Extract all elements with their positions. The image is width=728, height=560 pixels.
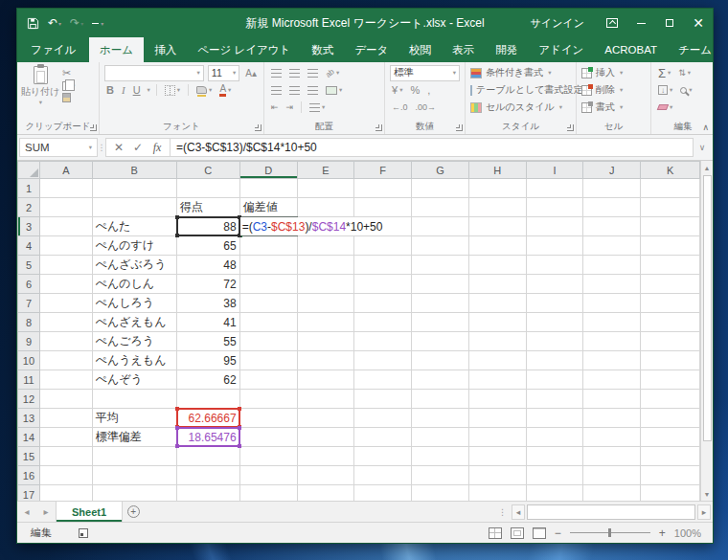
row-header-2[interactable]: 2: [18, 198, 40, 217]
cell-K5[interactable]: [641, 256, 700, 275]
find-select-button[interactable]: ▾: [678, 86, 694, 94]
scroll-down-arrow[interactable]: ▼: [704, 487, 711, 501]
cell-D10[interactable]: [239, 351, 297, 370]
cell-C1[interactable]: [176, 179, 239, 198]
cell-K11[interactable]: [641, 370, 700, 390]
row-header-10[interactable]: 10: [18, 351, 40, 370]
customize-qat-button[interactable]: ▾: [92, 20, 103, 27]
cell-I2[interactable]: [526, 198, 583, 217]
row-header-16[interactable]: 16: [18, 466, 40, 485]
cell-J12[interactable]: [583, 390, 641, 409]
cell-H12[interactable]: [468, 390, 526, 409]
cell-C5[interactable]: 48: [176, 256, 239, 275]
copy-button[interactable]: ▾: [60, 81, 77, 91]
cell-B10[interactable]: ぺんうえもん: [92, 351, 176, 370]
cell-I6[interactable]: [526, 275, 583, 294]
cell-E8[interactable]: [297, 313, 354, 332]
format-painter-button[interactable]: [60, 93, 77, 102]
cell-D12[interactable]: [239, 390, 297, 409]
cell-J4[interactable]: [583, 236, 641, 256]
row-header-1[interactable]: 1: [18, 179, 40, 198]
cell-D9[interactable]: [239, 332, 297, 351]
cell-K17[interactable]: [641, 485, 700, 502]
cell-J5[interactable]: [583, 256, 641, 275]
cell-C8[interactable]: 41: [176, 313, 239, 332]
cell-J2[interactable]: [583, 198, 641, 217]
maximize-button[interactable]: [655, 9, 684, 37]
underline-button[interactable]: U: [131, 84, 143, 96]
sort-filter-button[interactable]: ⇅▾: [676, 68, 693, 78]
insert-cells-button[interactable]: 挿入▾: [580, 64, 648, 81]
sheet-tab-sheet1[interactable]: Sheet1: [56, 502, 123, 522]
cell-I13[interactable]: [526, 409, 583, 428]
fill-color-button[interactable]: ▾: [194, 86, 214, 94]
cell-F4[interactable]: [354, 236, 412, 256]
enter-button[interactable]: ✓: [129, 141, 147, 154]
cell-G13[interactable]: [412, 409, 469, 428]
cell-C10[interactable]: 95: [176, 351, 239, 370]
cell-A7[interactable]: [39, 294, 92, 313]
cell-H6[interactable]: [468, 275, 526, 294]
cell-E16[interactable]: [297, 466, 354, 485]
align-center-button[interactable]: [287, 86, 302, 95]
row-header-12[interactable]: 12: [18, 390, 40, 409]
cell-F1[interactable]: [354, 179, 412, 198]
bold-button[interactable]: B: [104, 84, 116, 96]
cell-F14[interactable]: [354, 428, 412, 447]
tab-splitter-icon[interactable]: ⋮: [495, 507, 510, 517]
row-header-8[interactable]: 8: [18, 313, 40, 332]
cell-D2[interactable]: 偏差値: [239, 198, 297, 217]
cell-B14[interactable]: 標準偏差: [92, 428, 176, 447]
cell-G7[interactable]: [412, 294, 469, 313]
cell-J8[interactable]: [583, 313, 641, 332]
cell-B17[interactable]: [92, 485, 176, 502]
cell-E4[interactable]: [297, 236, 354, 256]
view-page-break-button[interactable]: [533, 527, 546, 539]
cell-B11[interactable]: ぺんぞう: [92, 370, 176, 390]
close-button[interactable]: ✕: [684, 9, 713, 37]
redo-button[interactable]: ↷▾: [70, 16, 83, 30]
cell-J7[interactable]: [583, 294, 641, 313]
tab-開発[interactable]: 開発: [485, 37, 528, 62]
cell-I15[interactable]: [526, 447, 583, 466]
cell-H7[interactable]: [468, 294, 526, 313]
cell-F16[interactable]: [354, 466, 412, 485]
cell-H11[interactable]: [468, 370, 526, 390]
zoom-slider-thumb[interactable]: [608, 528, 611, 537]
comma-format-button[interactable]: ,: [425, 84, 432, 96]
cell-G16[interactable]: [412, 466, 469, 485]
cell-J13[interactable]: [583, 409, 641, 428]
cell-G6[interactable]: [412, 275, 469, 294]
cell-F6[interactable]: [354, 275, 412, 294]
vertical-scrollbar[interactable]: ▲ ▼: [700, 161, 713, 501]
cell-K2[interactable]: [641, 198, 700, 217]
cell-E5[interactable]: [297, 256, 354, 275]
cell-J11[interactable]: [583, 370, 641, 390]
cell-B6[interactable]: ぺんのしん: [92, 275, 176, 294]
row-header-13[interactable]: 13: [18, 409, 40, 428]
cell-J1[interactable]: [583, 179, 641, 198]
cell-E17[interactable]: [297, 485, 354, 502]
paste-button[interactable]: 貼り付け ▾: [20, 64, 60, 120]
row-header-5[interactable]: 5: [18, 256, 40, 275]
collapse-ribbon-button[interactable]: ∧: [702, 123, 709, 132]
cell-H2[interactable]: [468, 198, 526, 217]
namebox-splitter[interactable]: ⋮: [98, 139, 105, 156]
cell-D17[interactable]: [239, 485, 297, 502]
cell-D5[interactable]: [239, 256, 297, 275]
cell-B4[interactable]: ぺんのすけ: [92, 236, 176, 256]
cell-A3[interactable]: [39, 217, 92, 236]
col-header-F[interactable]: F: [354, 162, 412, 179]
merge-center-button[interactable]: ▾: [324, 86, 344, 95]
tab-校閲[interactable]: 校閲: [398, 37, 442, 62]
cell-K3[interactable]: [641, 217, 700, 236]
cell-E12[interactable]: [297, 390, 354, 409]
cell-A5[interactable]: [39, 256, 92, 275]
col-header-I[interactable]: I: [526, 162, 583, 179]
cell-C6[interactable]: 72: [176, 275, 239, 294]
cell-F7[interactable]: [354, 294, 412, 313]
clear-button[interactable]: ▾: [656, 103, 674, 111]
cell-A2[interactable]: [39, 198, 92, 217]
cell-A9[interactable]: [39, 332, 92, 351]
cell-D11[interactable]: [239, 370, 297, 390]
